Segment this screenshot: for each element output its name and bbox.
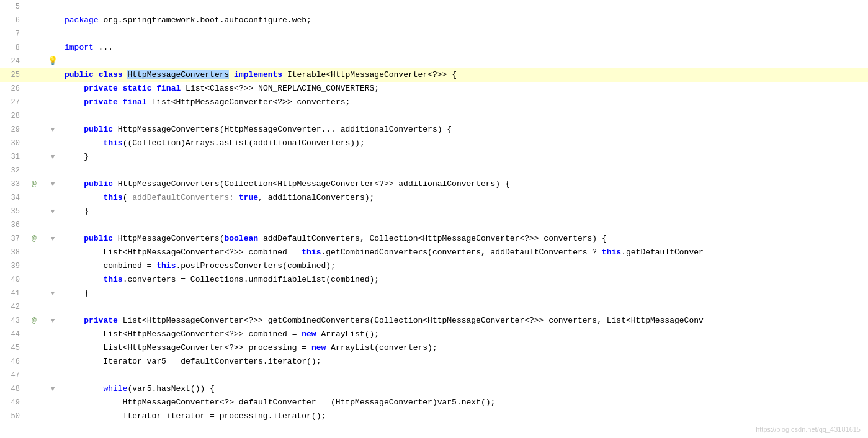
gutter-control[interactable]: ▼ <box>43 123 62 136</box>
line-number: 50 <box>0 409 25 423</box>
code-content: } <box>62 150 868 164</box>
table-row: 7 <box>0 27 868 41</box>
table-row: 32 <box>0 164 868 177</box>
table-row: 37@▼ public HttpMessageConverters(boolea… <box>0 232 868 246</box>
line-number: 34 <box>0 191 25 205</box>
line-number: 28 <box>0 109 25 123</box>
gutter-control[interactable]: ▼ <box>43 205 62 218</box>
code-content: } <box>62 287 868 300</box>
table-row: 38 List<HttpMessageConverter<?>> combine… <box>0 246 868 259</box>
table-row: 26 private static final List<Class<?>> N… <box>0 82 868 96</box>
code-content: } <box>62 205 868 218</box>
gutter-control[interactable]: ▼ <box>43 150 62 164</box>
table-row: 44 List<HttpMessageConverter<?>> combine… <box>0 328 868 341</box>
collapse-icon[interactable]: ▼ <box>51 314 55 328</box>
line-number: 7 <box>0 27 25 41</box>
line-number: 24 <box>0 55 25 68</box>
gutter-control[interactable]: ▼ <box>43 232 62 246</box>
line-number: 40 <box>0 273 25 287</box>
code-editor: 56package org.springframework.boot.autoc… <box>0 0 868 438</box>
code-content: public HttpMessageConverters(Collection<… <box>62 177 868 191</box>
table-row: 41▼ } <box>0 287 868 300</box>
table-row: 31▼ } <box>0 150 868 164</box>
table-row: 30 this((Collection)Arrays.asList(additi… <box>0 136 868 150</box>
line-number: 33 <box>0 177 25 191</box>
code-content: this.converters = Collections.unmodifiab… <box>62 273 868 287</box>
line-number: 48 <box>0 382 25 396</box>
line-number: 49 <box>0 396 25 409</box>
table-row: 5 <box>0 0 868 14</box>
table-row: 36 <box>0 218 868 232</box>
table-row: 49 HttpMessageConverter<?> defaultConver… <box>0 396 868 409</box>
line-number: 43 <box>0 314 25 328</box>
code-content: public HttpMessageConverters(boolean add… <box>62 232 868 246</box>
line-number: 8 <box>0 41 25 55</box>
table-row: 50 Iterator iterator = processing.iterat… <box>0 409 868 423</box>
gutter-annotation: @ <box>25 314 43 328</box>
line-number: 27 <box>0 96 25 109</box>
line-number: 31 <box>0 150 25 164</box>
code-content: Iterator iterator = processing.iterator(… <box>62 409 868 423</box>
code-content: List<HttpMessageConverter<?>> combined =… <box>62 246 868 259</box>
line-number: 30 <box>0 136 25 150</box>
table-row: 42 <box>0 300 868 314</box>
code-content: List<HttpMessageConverter<?>> combined =… <box>62 328 868 341</box>
lightbulb-icon: 💡 <box>48 55 58 68</box>
gutter-control[interactable]: ▼ <box>43 314 62 328</box>
table-row: 8import ... <box>0 41 868 55</box>
table-row: 6package org.springframework.boot.autoco… <box>0 14 868 27</box>
code-content: this((Collection)Arrays.asList(additiona… <box>62 136 868 150</box>
table-row: 45 List<HttpMessageConverter<?>> process… <box>0 341 868 355</box>
gutter-annotation: @ <box>25 232 43 246</box>
line-number: 35 <box>0 205 25 218</box>
line-number: 32 <box>0 164 25 177</box>
table-row: 28 <box>0 109 868 123</box>
line-number: 46 <box>0 355 25 369</box>
code-content: while(var5.hasNext()) { <box>62 382 868 396</box>
table-row: 48▼ while(var5.hasNext()) { <box>0 382 868 396</box>
table-row: 25public class HttpMessageConverters imp… <box>0 68 868 82</box>
code-content: import ... <box>62 41 868 55</box>
code-content: public HttpMessageConverters(HttpMessage… <box>62 123 868 136</box>
code-content: Iterator var5 = defaultConverters.iterat… <box>62 355 868 369</box>
line-number: 47 <box>0 369 25 382</box>
line-number: 5 <box>0 0 25 14</box>
line-number: 38 <box>0 246 25 259</box>
collapse-icon[interactable]: ▼ <box>51 382 55 396</box>
collapse-icon[interactable]: ▼ <box>51 177 55 191</box>
table-row: 27 private final List<HttpMessageConvert… <box>0 96 868 109</box>
code-content: HttpMessageConverter<?> defaultConverter… <box>62 396 868 409</box>
table-row: 24💡 <box>0 55 868 68</box>
code-content: combined = this.postProcessConverters(co… <box>62 259 868 273</box>
watermark: https://blog.csdn.net/qq_43181615 <box>756 426 861 433</box>
line-number: 45 <box>0 341 25 355</box>
line-number: 6 <box>0 14 25 27</box>
line-number: 37 <box>0 232 25 246</box>
gutter-control[interactable]: 💡 <box>43 55 62 68</box>
table-row: 35▼ } <box>0 205 868 218</box>
code-content: private static final List<Class<?>> NON_… <box>62 82 868 96</box>
collapse-icon[interactable]: ▼ <box>51 205 55 218</box>
collapse-icon[interactable]: ▼ <box>51 123 55 136</box>
table-row: 39 combined = this.postProcessConverters… <box>0 259 868 273</box>
table-row: 40 this.converters = Collections.unmodif… <box>0 273 868 287</box>
gutter-annotation: @ <box>25 177 43 191</box>
code-content: List<HttpMessageConverter<?>> processing… <box>62 341 868 355</box>
line-number: 36 <box>0 218 25 232</box>
line-number: 29 <box>0 123 25 136</box>
table-row: 29▼ public HttpMessageConverters(HttpMes… <box>0 123 868 136</box>
code-content: this( addDefaultConverters: true, additi… <box>62 191 868 205</box>
collapse-icon[interactable]: ▼ <box>51 287 55 300</box>
line-number: 26 <box>0 82 25 96</box>
line-number: 39 <box>0 259 25 273</box>
code-content: public class HttpMessageConverters imple… <box>62 68 868 82</box>
gutter-control[interactable]: ▼ <box>43 177 62 191</box>
table-row: 46 Iterator var5 = defaultConverters.ite… <box>0 355 868 369</box>
code-content: private final List<HttpMessageConverter<… <box>62 96 868 109</box>
line-number: 42 <box>0 300 25 314</box>
gutter-control[interactable]: ▼ <box>43 382 62 396</box>
code-content: private List<HttpMessageConverter<?>> ge… <box>62 314 868 328</box>
collapse-icon[interactable]: ▼ <box>51 150 55 164</box>
gutter-control[interactable]: ▼ <box>43 287 62 300</box>
collapse-icon[interactable]: ▼ <box>51 232 55 246</box>
